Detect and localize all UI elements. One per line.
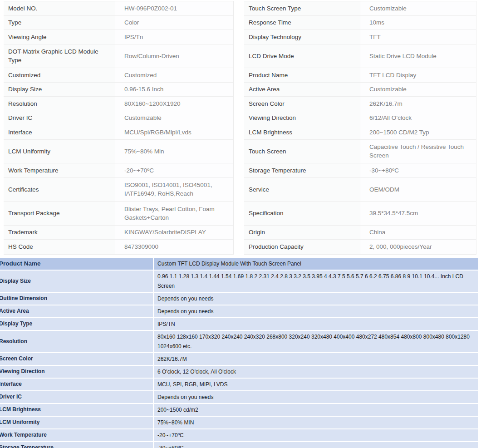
detail-label: Driver IC — [0, 391, 153, 403]
spec-label: Production Capacity — [244, 240, 360, 254]
detail-row: Display TypeIPS/TN — [0, 318, 478, 331]
detail-value: Depends on you needs — [153, 391, 478, 403]
spec-label: Viewing Angle — [4, 30, 115, 44]
detail-label: LCM Uniformity — [0, 417, 153, 428]
detail-header-row: Product NameCustom TFT LCD Display Modul… — [0, 258, 478, 271]
spec-value: ISO9001, ISO14001, ISO45001, IATF16949, … — [115, 178, 233, 202]
spec-row: Transport PackageBlister Trays, Pearl Co… — [4, 202, 233, 226]
spec-value: TFT LCD Display — [360, 68, 476, 82]
spec-row: LCM Uniformity75%~80% Min — [4, 140, 233, 164]
detail-value: 75%~80% MIN — [153, 417, 478, 428]
spec-value: 80X160~1200X1920 — [115, 97, 233, 111]
spec-value: Row/Column-Driven — [115, 44, 233, 68]
detail-value: -20~+70ºC — [153, 429, 478, 441]
spec-row: Response Time10ms — [244, 16, 476, 30]
spec-value: -30~+80ºC — [360, 163, 476, 177]
spec-label: Viewing Direction — [244, 111, 360, 125]
spec-row: LCM Brightness200~1500 CD/M2 Typ — [244, 125, 476, 140]
spec-row: Display Size0.96-15.6 Inch — [4, 83, 233, 97]
detail-label: Storage Temperature — [0, 442, 153, 448]
spec-label: Model NO. — [4, 1, 115, 15]
spec-value: Customizable — [360, 83, 476, 97]
spec-label: Customized — [4, 68, 115, 82]
detail-value: MCU, SPI, RGB, MIPI, LVDS — [153, 379, 478, 390]
spec-row: TypeColor — [4, 16, 233, 30]
detail-row: Active AreaDepends on you needs — [0, 305, 478, 318]
spec-value: 10ms — [360, 16, 476, 30]
spec-label: Product Name — [244, 68, 360, 82]
detail-value: 0.96 1.1 1.28 1.3 1.4 1.44 1.54 1.69 1.8… — [153, 271, 478, 292]
spec-row: HS Code8473309000 — [4, 240, 233, 254]
detail-row: LCM Brightness200~1500 cd/m2 — [0, 404, 478, 417]
spec-label: DOT-Matrix Graphic LCD Module Type — [4, 44, 115, 68]
detail-label: Product Name — [0, 258, 153, 270]
detail-row: Driver ICDepends on you needs — [0, 391, 478, 404]
spec-row: Specification39.5*34.5*47.5cm — [244, 202, 476, 226]
detail-value: 6 O'clock, 12 O'clock, All O'clock — [153, 366, 478, 378]
spec-row: Active AreaCustomizable — [244, 83, 476, 97]
detail-row: Resolution80x160 128x160 170x320 240x240… — [0, 331, 478, 353]
spec-table-right: Touch Screen TypeCustomizable Response T… — [244, 1, 476, 255]
detail-label: Outline Dimension — [0, 293, 153, 305]
detail-label: Active Area — [0, 305, 153, 317]
spec-row: Screen Color262K/16.7m — [244, 97, 476, 111]
spec-label: Touch Screen Type — [244, 1, 360, 15]
spec-value: 262K/16.7m — [360, 97, 476, 111]
spec-row: LCD Drive ModeStatic Drive LCD Module — [244, 44, 476, 69]
spec-row: Resolution80X160~1200X1920 — [4, 97, 233, 111]
detail-value: 262K/16.7M — [153, 353, 478, 365]
spec-value: 2, 000, 000pieces/Year — [360, 240, 476, 254]
spec-label: LCM Brightness — [244, 125, 360, 139]
spec-row: Product NameTFT LCD Display — [244, 68, 476, 83]
spec-label: LCM Uniformity — [4, 140, 115, 163]
spec-label: Certificates — [4, 178, 115, 202]
spec-label: Transport Package — [4, 202, 115, 225]
spec-label: Origin — [244, 226, 360, 240]
spec-row: Viewing Direction6/12/All O’clock — [244, 111, 476, 126]
spec-row: Viewing AngleIPS/Tn — [4, 30, 233, 44]
spec-row: Display TechnologyTFT — [244, 30, 476, 44]
detail-row: Outline DimensionDepends on you needs — [0, 293, 478, 305]
spec-value: 6/12/All O’clock — [360, 111, 476, 125]
spec-value: OEM/ODM — [360, 178, 476, 202]
spec-row: ServiceOEM/ODM — [244, 178, 476, 202]
spec-value: 75%~80% Min — [115, 140, 233, 163]
spec-value: China — [360, 226, 476, 240]
spec-value: KINGWAY/SolarbriteDISPLAY — [115, 226, 233, 240]
spec-label: Work Temperature — [4, 163, 115, 177]
spec-label: Driver IC — [4, 111, 115, 125]
detail-label: Display Size — [0, 271, 153, 292]
spec-value: 8473309000 — [115, 240, 233, 254]
detail-row: Storage Temperature-30~+80ºC — [0, 442, 478, 448]
spec-row: CertificatesISO9001, ISO14001, ISO45001,… — [4, 178, 233, 202]
spec-row: Touch Screen TypeCustomizable — [244, 1, 476, 16]
spec-label: Response Time — [244, 16, 360, 30]
detail-row: Display Size0.96 1.1 1.28 1.3 1.4 1.44 1… — [0, 271, 478, 293]
spec-value: Static Drive LCD Module — [360, 44, 476, 68]
spec-row: Model NO.HW-096P0Z002-01 — [4, 1, 233, 16]
spec-label: Specification — [244, 202, 360, 225]
spec-label: LCD Drive Mode — [244, 44, 360, 68]
spec-value: IPS/Tn — [115, 30, 233, 44]
detail-label: Display Type — [0, 318, 153, 330]
spec-label: Trademark — [4, 226, 115, 240]
detail-label: Work Temperature — [0, 429, 153, 441]
spec-label: Storage Temperature — [244, 163, 360, 177]
spec-label: Display Technology — [244, 30, 360, 44]
spec-value: Blister Trays, Pearl Cotton, Foam Gasket… — [115, 202, 233, 225]
detail-row: Viewing Direction6 O'clock, 12 O'clock, … — [0, 366, 478, 379]
spec-value: TFT — [360, 30, 476, 44]
spec-row: InterfaceMCU/Spi/RGB/Mipi/Lvds — [4, 125, 233, 140]
spec-label: Interface — [4, 125, 115, 139]
spec-label: Resolution — [4, 97, 115, 111]
spec-row: CustomizedCustomized — [4, 68, 233, 83]
detail-value: Depends on you needs — [153, 293, 478, 305]
spec-label: HS Code — [4, 240, 115, 254]
spec-value: 0.96-15.6 Inch — [115, 83, 233, 97]
detail-label: Interface — [0, 379, 153, 390]
spec-label: Screen Color — [244, 97, 360, 111]
detail-value: IPS/TN — [153, 318, 478, 330]
detail-value: Depends on you needs — [153, 305, 478, 317]
spec-row: Touch ScreenCapacitive Touch / Resistive… — [244, 140, 476, 164]
detail-row: Screen Color262K/16.7M — [0, 353, 478, 366]
